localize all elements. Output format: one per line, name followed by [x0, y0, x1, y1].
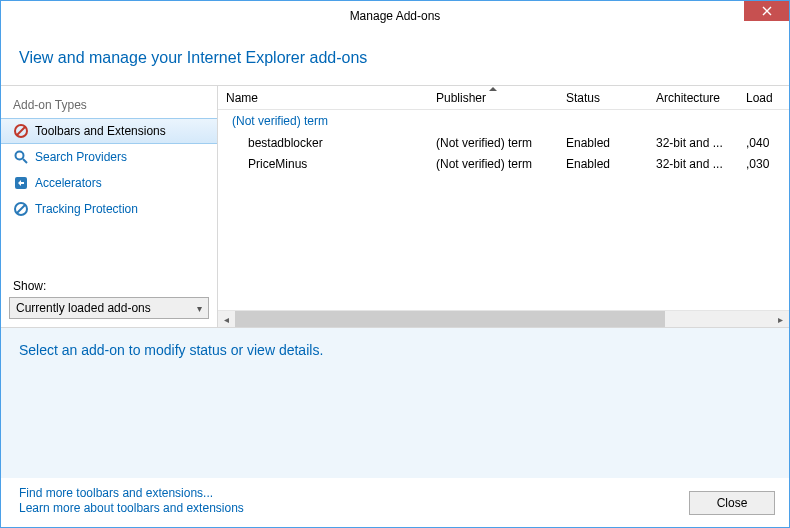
footer: Find more toolbars and extensions... Lea…: [1, 478, 789, 527]
cell-status: Enabled: [558, 157, 648, 171]
sidebar-item-label: Accelerators: [35, 176, 102, 190]
window-title: Manage Add-ons: [1, 9, 789, 23]
sidebar-item-label: Toolbars and Extensions: [35, 124, 166, 138]
close-button[interactable]: Close: [689, 491, 775, 515]
horizontal-scrollbar[interactable]: ◂ ▸: [218, 310, 789, 327]
window-close-button[interactable]: [744, 1, 789, 21]
learn-more-link[interactable]: Learn more about toolbars and extensions: [19, 501, 244, 515]
cell-architecture: 32-bit and ...: [648, 157, 738, 171]
page-title: View and manage your Internet Explorer a…: [19, 49, 771, 67]
column-header-status[interactable]: Status: [558, 86, 648, 109]
toolbar-icon: [13, 123, 29, 139]
svg-line-6: [17, 205, 25, 213]
table-header: Name Publisher Status Architecture Load: [218, 86, 789, 110]
column-header-load[interactable]: Load: [738, 86, 778, 109]
details-message: Select an add-on to modify status or vie…: [19, 342, 771, 358]
show-label: Show:: [1, 269, 217, 295]
scroll-thumb[interactable]: [235, 311, 665, 328]
cell-publisher: (Not verified) term: [428, 157, 558, 171]
cell-load: ,040: [738, 136, 778, 150]
details-pane: Select an add-on to modify status or vie…: [1, 328, 789, 478]
scroll-track[interactable]: [235, 311, 772, 328]
scroll-right-icon[interactable]: ▸: [772, 311, 789, 328]
show-dropdown[interactable]: Currently loaded add-ons ▾: [9, 297, 209, 319]
cell-load: ,030: [738, 157, 778, 171]
accelerator-icon: [13, 175, 29, 191]
svg-line-3: [23, 159, 27, 163]
table-body: (Not verified) term bestadblocker (Not v…: [218, 110, 789, 310]
cell-publisher: (Not verified) term: [428, 136, 558, 150]
tracking-protection-icon: [13, 201, 29, 217]
sidebar: Add-on Types Toolbars and Extensions Sea…: [1, 85, 218, 328]
cell-architecture: 32-bit and ...: [648, 136, 738, 150]
column-header-publisher[interactable]: Publisher: [428, 86, 558, 109]
sidebar-heading: Add-on Types: [1, 94, 217, 118]
addons-table: Name Publisher Status Architecture Load …: [218, 86, 789, 327]
sidebar-item-tracking-protection[interactable]: Tracking Protection: [1, 196, 217, 222]
sidebar-item-label: Tracking Protection: [35, 202, 138, 216]
find-more-link[interactable]: Find more toolbars and extensions...: [19, 486, 244, 500]
sidebar-item-toolbars-extensions[interactable]: Toolbars and Extensions: [1, 118, 217, 144]
scroll-left-icon[interactable]: ◂: [218, 311, 235, 328]
manage-addons-window: Manage Add-ons View and manage your Inte…: [0, 0, 790, 528]
cell-name: PriceMinus: [218, 157, 428, 171]
header-section: View and manage your Internet Explorer a…: [1, 31, 789, 85]
sidebar-item-label: Search Providers: [35, 150, 127, 164]
close-icon: [762, 6, 772, 16]
show-dropdown-value: Currently loaded add-ons: [16, 301, 151, 315]
cell-name: bestadblocker: [218, 136, 428, 150]
sidebar-item-search-providers[interactable]: Search Providers: [1, 144, 217, 170]
chevron-down-icon: ▾: [197, 303, 202, 314]
column-header-architecture[interactable]: Architecture: [648, 86, 738, 109]
titlebar: Manage Add-ons: [1, 1, 789, 31]
content-area: Name Publisher Status Architecture Load …: [218, 85, 789, 328]
table-row[interactable]: PriceMinus (Not verified) term Enabled 3…: [218, 153, 789, 174]
footer-links: Find more toolbars and extensions... Lea…: [19, 486, 244, 515]
search-icon: [13, 149, 29, 165]
cell-status: Enabled: [558, 136, 648, 150]
table-row[interactable]: bestadblocker (Not verified) term Enable…: [218, 132, 789, 153]
sidebar-item-accelerators[interactable]: Accelerators: [1, 170, 217, 196]
group-header[interactable]: (Not verified) term: [218, 110, 789, 132]
main-area: Add-on Types Toolbars and Extensions Sea…: [1, 85, 789, 328]
svg-point-2: [16, 152, 24, 160]
svg-line-1: [17, 127, 25, 135]
column-header-name[interactable]: Name: [218, 86, 428, 109]
